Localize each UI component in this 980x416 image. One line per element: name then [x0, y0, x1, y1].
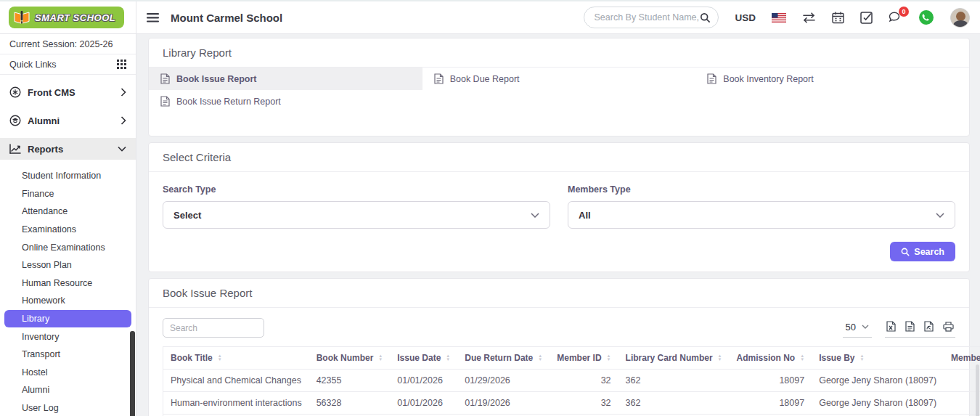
sort-icon: ▲▼: [538, 354, 542, 362]
language-flag-icon[interactable]: [772, 13, 786, 23]
search-button[interactable]: Search: [890, 242, 955, 261]
search-type-select[interactable]: Select: [163, 201, 550, 229]
book-pen-logo-icon: [13, 10, 30, 25]
search-icon: [901, 248, 910, 256]
search-type-field: Search Type Select: [163, 184, 550, 229]
cell-admission-no: 18097: [730, 392, 812, 415]
table-header-row: Book Title ▲▼ Book Number ▲▼: [163, 347, 980, 370]
select-criteria-card: Select Criteria Search Type Select: [148, 142, 970, 272]
chevron-right-icon: [121, 116, 126, 125]
user-avatar[interactable]: [950, 8, 970, 28]
currency-selector[interactable]: USD: [735, 12, 756, 23]
table-row: Physical and Chemical Changes 42355 01/0…: [163, 370, 980, 392]
sort-icon: ▲▼: [718, 354, 722, 362]
topbar-actions: USD: [584, 7, 970, 28]
hamburger-menu-icon[interactable]: [147, 13, 159, 23]
sidebar-submenu-item[interactable]: Online Examinations: [0, 238, 136, 256]
book-issue-report-title: Book Issue Report: [149, 279, 969, 308]
cell-member-id: 32: [550, 370, 618, 392]
sidebar-submenu-item[interactable]: Inventory: [0, 327, 136, 346]
export-pdf-icon[interactable]: [924, 321, 934, 332]
export-excel-icon[interactable]: [886, 321, 896, 332]
search-icon[interactable]: [700, 12, 711, 23]
page-size-select[interactable]: 50: [843, 320, 872, 338]
issue-by-link[interactable]: George Jeny Sharon (18097): [812, 392, 944, 415]
cell-issue-date: 01/01/2026: [390, 370, 457, 392]
sidebar-submenu-item[interactable]: Finance: [0, 185, 136, 203]
whatsapp-icon[interactable]: [918, 9, 934, 25]
export-buttons: [885, 319, 955, 338]
sidebar-item-front-cms[interactable]: Front CMS: [0, 81, 136, 103]
student-search[interactable]: [584, 7, 719, 28]
alumni-icon: [9, 115, 21, 126]
messages-icon[interactable]: 0: [889, 12, 902, 23]
student-search-input[interactable]: [594, 12, 700, 23]
front-cms-icon: [9, 86, 21, 98]
document-icon: [160, 73, 170, 84]
sidebar-submenu-item[interactable]: Lesson Plan: [0, 256, 136, 274]
cell-members-type: Student: [944, 370, 980, 392]
tasks-checkbox-icon[interactable]: [860, 12, 873, 24]
column-header[interactable]: Members Type ▲▼: [944, 347, 980, 370]
sidebar-submenu-item[interactable]: Student Information: [0, 167, 136, 185]
smart-school-logo[interactable]: SMART SCHOOL: [9, 7, 124, 28]
table-search-input[interactable]: [163, 318, 264, 338]
report-tabs: Book Issue Report Book Due Report: [149, 68, 969, 136]
sidebar-submenu-item[interactable]: Hostel: [0, 364, 136, 382]
table-row: Human-environment interactions 56328 01/…: [163, 392, 980, 415]
sidebar-submenu-item[interactable]: User Log: [0, 399, 136, 416]
current-session: Current Session: 2025-26: [0, 34, 136, 54]
sidebar-submenu-item[interactable]: Alumni: [0, 381, 136, 399]
cell-book-number: 56328: [309, 392, 391, 415]
sidebar-submenu-item[interactable]: Attendance: [0, 203, 136, 221]
sidebar-scrollbar[interactable]: [130, 331, 135, 416]
column-header[interactable]: Issue Date ▲▼: [390, 347, 457, 370]
column-header[interactable]: Library Card Number ▲▼: [618, 347, 730, 370]
table-toolbar: 50: [163, 318, 955, 338]
reports-chart-icon: [9, 144, 21, 154]
document-icon: [707, 73, 716, 84]
sidebar-submenu-item[interactable]: Examinations: [0, 221, 136, 239]
page-title: Mount Carmel School: [171, 12, 282, 24]
sidebar-submenu-item[interactable]: Human Resource: [0, 274, 136, 293]
sidebar-submenu-item[interactable]: Library: [4, 310, 131, 328]
column-header[interactable]: Issue By ▲▼: [812, 347, 944, 370]
column-header[interactable]: Book Title ▲▼: [163, 347, 309, 370]
transfer-arrows-icon[interactable]: [802, 12, 816, 23]
select-criteria-title: Select Criteria: [149, 143, 969, 172]
table-body: Physical and Chemical Changes 42355 01/0…: [163, 370, 980, 416]
report-tab[interactable]: Book Issue Return Report: [149, 90, 422, 113]
sidebar-item-reports[interactable]: Reports: [0, 138, 136, 160]
chevron-down-icon: [862, 325, 869, 329]
sort-icon: ▲▼: [218, 354, 222, 362]
sidebar-item-alumni[interactable]: Alumni: [0, 110, 136, 131]
calendar-icon[interactable]: [832, 12, 844, 24]
report-tab[interactable]: Book Inventory Report: [695, 68, 969, 90]
sort-icon: ▲▼: [607, 354, 611, 362]
print-icon[interactable]: [943, 322, 954, 332]
column-header[interactable]: Book Number ▲▼: [309, 347, 391, 370]
topbar-main: Mount Carmel School USD: [136, 1, 980, 33]
book-issue-report-card: Book Issue Report 50: [148, 278, 970, 416]
members-type-select[interactable]: All: [568, 201, 955, 229]
report-tab[interactable]: Book Issue Report: [149, 68, 422, 90]
chevron-down-icon: [531, 213, 539, 218]
members-type-label: Members Type: [568, 184, 955, 195]
message-count-badge: 0: [899, 7, 909, 17]
grid-icon[interactable]: [117, 60, 126, 69]
export-csv-icon[interactable]: [905, 321, 915, 332]
sidebar-submenu-item[interactable]: Transport: [0, 346, 136, 364]
cell-book-title: Human-environment interactions: [163, 392, 309, 415]
sidebar: Current Session: 2025-26 Quick Links Fro…: [0, 34, 136, 416]
column-header[interactable]: Member ID ▲▼: [550, 347, 618, 370]
report-tab[interactable]: Book Due Report: [422, 68, 696, 90]
column-header[interactable]: Due Return Date ▲▼: [457, 347, 550, 370]
column-header[interactable]: Admission No ▲▼: [730, 347, 812, 370]
quick-links[interactable]: Quick Links: [0, 54, 136, 75]
cell-member-id: 32: [550, 392, 618, 415]
content-scrollbar[interactable]: [976, 364, 979, 416]
cell-due-return-date: 01/19/2026: [457, 392, 550, 415]
main-content: Library Report Book Issue Report: [136, 34, 980, 416]
sidebar-submenu-item[interactable]: Homework: [0, 292, 136, 310]
issue-by-link[interactable]: George Jeny Sharon (18097): [812, 370, 944, 392]
